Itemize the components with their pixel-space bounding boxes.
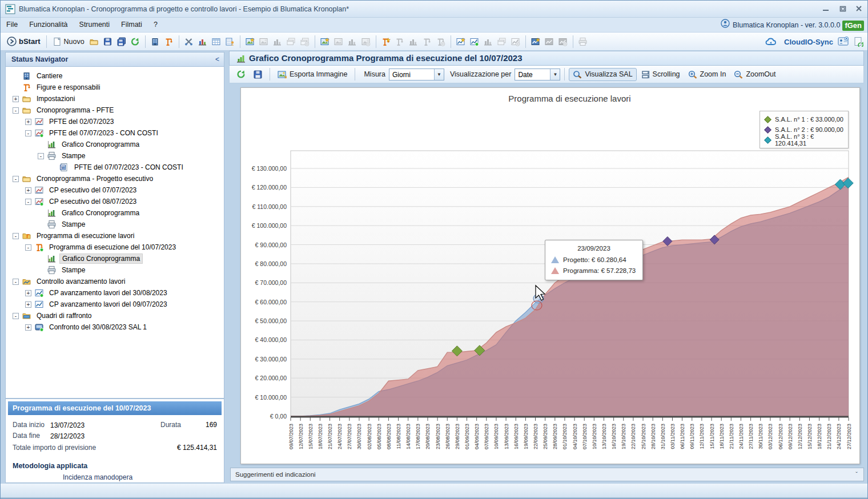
- tree-item-cronoprogramma-progetto-esecutivo[interactable]: -Cronoprogramma - Progetto esecutivo: [6, 173, 224, 184]
- chart-save-button[interactable]: [250, 69, 266, 81]
- visualizza-sal-button[interactable]: Visualizza SAL: [569, 68, 636, 81]
- figure-responsabili-icon[interactable]: [162, 35, 176, 49]
- save-icon[interactable]: [101, 35, 115, 49]
- nuovo-button[interactable]: Nuovo: [50, 36, 87, 47]
- tree-item-label[interactable]: CP avanzamento lavori del 09/07/2023: [47, 300, 170, 309]
- collapse-icon[interactable]: -: [25, 130, 31, 136]
- restore-button[interactable]: [835, 3, 850, 15]
- tree-item-pfte-del-07-07-2023-con-costi[interactable]: WPFTE del 07/07/2023 - CON COSTI: [6, 162, 224, 173]
- tree-item-label[interactable]: Grafico Cronoprogramma: [59, 140, 142, 149]
- tree-item-programma-di-esecuzione-del-10-07-2023[interactable]: -Programma di esecuzione del 10/07/2023: [6, 242, 224, 253]
- tree-item-cp-avanzamento-lavori-del-30-08-2023[interactable]: +CP avanzamento lavori del 30/08/2023: [6, 287, 224, 299]
- misura-select[interactable]: Giorni ▼: [389, 69, 444, 81]
- collapse-icon[interactable]: -: [13, 176, 19, 182]
- collapse-icon[interactable]: -: [13, 233, 19, 239]
- collapse-icon[interactable]: -: [25, 199, 31, 205]
- page-refresh-icon[interactable]: [854, 37, 864, 47]
- tree-item-label[interactable]: Controllo avanzamento lavori: [34, 277, 127, 286]
- cantiere-icon[interactable]: [148, 35, 162, 49]
- esporta-immagine-button[interactable]: ★ Esporta Immagine: [274, 69, 351, 81]
- tools-icon[interactable]: [182, 35, 196, 49]
- expand-icon[interactable]: +: [25, 290, 31, 296]
- tree-item-label[interactable]: Grafico Cronoprogramma: [59, 208, 142, 218]
- contact-card-icon[interactable]: [838, 37, 849, 47]
- expand-icon[interactable]: +: [25, 301, 31, 308]
- tree-item-label[interactable]: Cantiere: [34, 71, 65, 81]
- table-icon[interactable]: [210, 35, 223, 49]
- tree-item-confronto-del-30-08-2023-sal-1[interactable]: +Confronto del 30/08/2023 SAL 1: [6, 321, 224, 333]
- expand-icon[interactable]: +: [13, 96, 19, 102]
- menu-item-funzionalit[interactable]: Funzionalità: [23, 18, 73, 32]
- tree-item-figure-e-responsabili[interactable]: Figure e responsabili: [6, 82, 224, 93]
- tree-item-label[interactable]: Stampe: [59, 265, 87, 275]
- expand-icon[interactable]: +: [25, 119, 31, 125]
- tree-item-label[interactable]: CP esecutivo del 08/07/2023: [47, 197, 139, 206]
- tree-item-cp-avanzamento-lavori-del-09-07-2023[interactable]: +CP avanzamento lavori del 09/07/2023: [6, 299, 224, 310]
- scrolling-button[interactable]: Scrolling: [638, 69, 684, 81]
- tree-item-label[interactable]: Programma di esecuzione lavori: [34, 231, 136, 240]
- planning-sheet-icon[interactable]: [223, 35, 237, 49]
- collapse-panel-button[interactable]: <: [215, 53, 219, 66]
- collapse-icon[interactable]: -: [25, 244, 31, 251]
- tree-item-cronoprogramma-pfte[interactable]: -Cronoprogramma - PFTE: [6, 104, 224, 116]
- close-button[interactable]: [851, 3, 866, 15]
- tree-item-programma-di-esecuzione-lavori[interactable]: -Programma di esecuzione lavori: [6, 230, 224, 242]
- tree-item-label[interactable]: PFTE del 02/07/2023: [47, 117, 116, 126]
- chart-icon[interactable]: [196, 35, 210, 49]
- new-programma-icon[interactable]: ★: [379, 35, 393, 49]
- tree-item-label[interactable]: PFTE del 07/07/2023 - CON COSTI: [72, 163, 186, 172]
- tree-item-pfte-del-02-07-2023[interactable]: +PFTE del 02/07/2023: [6, 116, 224, 127]
- chart-refresh-button[interactable]: [233, 68, 249, 81]
- tree-item-label[interactable]: Confronto del 30/08/2023 SAL 1: [47, 323, 149, 332]
- tree-item-label[interactable]: Figure e responsabili: [34, 83, 102, 92]
- tree-item-label[interactable]: Quadri di raffronto: [34, 311, 94, 320]
- tree-item-controllo-avanzamento-lavori[interactable]: -Controllo avanzamento lavori: [6, 276, 224, 287]
- zoom-out-button[interactable]: ZoomOut: [730, 69, 779, 81]
- tree-item-grafico-cronoprogramma[interactable]: Grafico Cronoprogramma: [6, 139, 224, 150]
- tree-item-label[interactable]: Cronoprogramma - Progetto esecutivo: [34, 174, 155, 183]
- new-confronto-icon[interactable]: ★: [529, 35, 542, 49]
- visualizzazione-select[interactable]: Date ▼: [515, 69, 560, 81]
- tree-item-grafico-cronoprogramma[interactable]: Grafico Cronoprogramma: [6, 207, 224, 219]
- collapse-icon[interactable]: -: [38, 153, 44, 159]
- tree-item-stampe[interactable]: Stampe: [6, 264, 224, 276]
- tree-item-cp-esecutivo-del-07-07-2023[interactable]: +CP esecutivo del 07/07/2023: [6, 184, 224, 196]
- tree-item-label[interactable]: Cronoprogramma - PFTE: [34, 106, 116, 115]
- suggestions-bar[interactable]: Suggerimenti ed indicazioni ˇ: [230, 468, 864, 481]
- collapse-icon[interactable]: -: [13, 107, 19, 114]
- tree-item-label[interactable]: CP avanzamento lavori del 30/08/2023: [47, 288, 170, 297]
- tree-item-stampe[interactable]: -Stampe: [6, 150, 224, 162]
- chevron-down-icon[interactable]: ▼: [434, 69, 444, 80]
- zoom-in-button[interactable]: Zoom In: [685, 69, 730, 81]
- tree-item-label[interactable]: Grafico Cronoprogramma: [59, 253, 143, 264]
- controllo-icon[interactable]: [468, 35, 481, 49]
- collapse-icon[interactable]: -: [13, 279, 19, 285]
- tree-item-impostazioni[interactable]: +Impostazioni: [6, 93, 224, 104]
- tree-item-grafico-cronoprogramma[interactable]: Grafico Cronoprogramma: [6, 253, 224, 264]
- open-icon[interactable]: [87, 35, 101, 49]
- expand-icon[interactable]: +: [25, 324, 31, 331]
- tree-item-label[interactable]: Stampe: [59, 220, 87, 229]
- tree-item-label[interactable]: Impostazioni: [34, 94, 77, 103]
- save-all-icon[interactable]: [115, 35, 128, 49]
- new-controllo-icon[interactable]: ★: [454, 35, 468, 49]
- menu-item-file[interactable]: File: [1, 18, 23, 32]
- cloud-sync-icon[interactable]: [765, 37, 779, 47]
- tree-item-label[interactable]: Stampe: [59, 151, 87, 160]
- new-cp-icon[interactable]: ★: [318, 35, 332, 49]
- tree-item-label[interactable]: CP esecutivo del 07/07/2023: [47, 186, 139, 195]
- cloud-sync-label[interactable]: CloudIO-Sync: [784, 38, 833, 46]
- chevron-down-icon[interactable]: ▼: [550, 69, 560, 80]
- tree-item-cantiere[interactable]: Cantiere: [6, 70, 224, 82]
- collapse-icon[interactable]: -: [13, 313, 19, 319]
- tree-item-cp-esecutivo-del-08-07-2023[interactable]: -CP esecutivo del 08/07/2023: [6, 196, 224, 207]
- tree-item-label[interactable]: Programma di esecuzione del 10/07/2023: [47, 243, 178, 252]
- tree-item-stampe[interactable]: Stampe: [6, 219, 224, 230]
- chevron-down-icon[interactable]: ˇ: [855, 468, 858, 481]
- menu-item-strumenti[interactable]: Strumenti: [74, 18, 116, 32]
- expand-icon[interactable]: +: [25, 187, 31, 194]
- tree-item-quadri-di-raffronto[interactable]: -Quadri di raffronto: [6, 310, 224, 321]
- bstart-button[interactable]: bStart: [4, 35, 43, 47]
- tree-item-label[interactable]: PFTE del 07/07/2023 - CON COSTI: [47, 128, 160, 138]
- menu-item-?[interactable]: ?: [148, 18, 163, 32]
